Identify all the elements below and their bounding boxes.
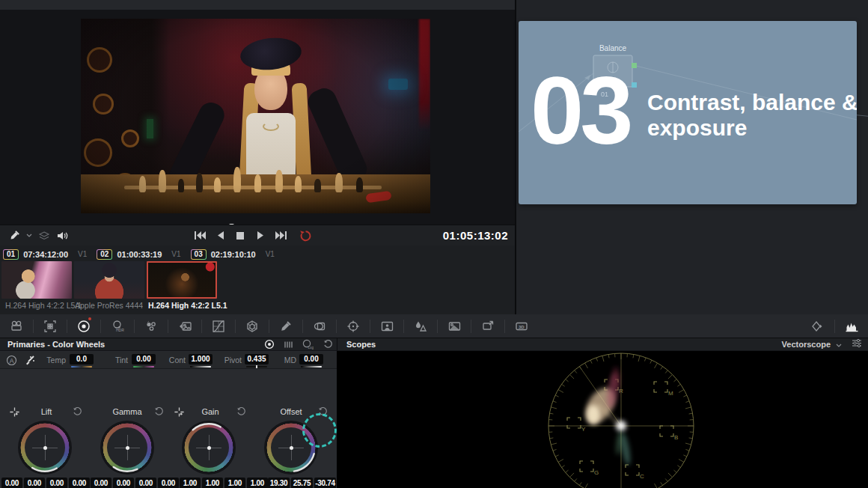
skip-end-icon[interactable]: [274, 229, 287, 243]
temp-field[interactable]: 0.0: [70, 354, 94, 365]
slide-title-line2: exposure: [647, 115, 747, 141]
chevron-down-icon[interactable]: [25, 229, 33, 243]
clip-thumbnail-1[interactable]: [1, 261, 72, 299]
clip-number-badge[interactable]: 01: [3, 249, 19, 260]
wheel-label: Gain: [201, 407, 218, 416]
clip-codec: Apple ProRes 4444: [75, 301, 143, 310]
color-wheels-icon-active[interactable]: [67, 314, 100, 338]
clip-timecode: 02:19:10:10: [211, 250, 256, 259]
wipe-modes-icon[interactable]: [37, 229, 51, 243]
gain-g-value[interactable]: 1.00: [224, 478, 245, 488]
key-icon[interactable]: [438, 314, 471, 338]
gamma-reset-icon[interactable]: [153, 406, 164, 417]
camera-raw-icon[interactable]: [0, 314, 33, 338]
offset-r-value[interactable]: 19.30: [268, 478, 290, 488]
picker-wand-icon[interactable]: [24, 355, 36, 369]
gamma-r-value[interactable]: 0.00: [113, 478, 134, 488]
gain-r-value[interactable]: 1.00: [202, 478, 223, 488]
reset-palette-icon[interactable]: [321, 339, 334, 350]
node-connection-line: [857, 115, 868, 117]
skip-start-icon[interactable]: [193, 229, 207, 243]
scope-settings-icon[interactable]: [852, 338, 862, 351]
rgb-mixer-icon[interactable]: [135, 314, 168, 338]
gamma-g-value[interactable]: 0.00: [135, 478, 156, 488]
field-label: Pivot: [213, 356, 242, 365]
gamma-wheel[interactable]: [100, 421, 154, 475]
lift-b-value[interactable]: 0.00: [69, 478, 90, 488]
viewer-top-bar: [0, 0, 515, 10]
loop-icon[interactable]: [299, 229, 312, 243]
svg-text:M: M: [668, 390, 673, 397]
field-label: Cont: [157, 356, 186, 365]
keyframes-icon[interactable]: [801, 314, 834, 338]
wheel-label: Gamma: [112, 407, 141, 416]
sizing-icon[interactable]: [471, 314, 504, 338]
magic-mask-icon[interactable]: [370, 314, 403, 338]
tint-gradient: [133, 366, 154, 367]
primaries-panel: Primaries - Color Wheels Log A: [0, 338, 337, 488]
lift-picker-crosshair-icon[interactable]: [9, 406, 21, 418]
clip-number-badge[interactable]: 02: [97, 249, 112, 260]
vectorscope-trace: [580, 367, 632, 466]
lift-r-value[interactable]: 0.00: [24, 478, 45, 488]
color-warper-icon[interactable]: [236, 314, 269, 338]
chevron-down-icon[interactable]: [836, 338, 842, 351]
color-match-icon[interactable]: [34, 314, 67, 338]
scopes-icon-active[interactable]: [835, 314, 868, 338]
hdr-wheels-icon[interactable]: HDR: [101, 314, 134, 338]
auto-balance-icon[interactable]: A: [6, 355, 17, 369]
scope-mode-dropdown[interactable]: Vectorscope: [782, 340, 831, 349]
gamma-b-value[interactable]: 0.00: [158, 478, 179, 488]
bars-mode-icon[interactable]: [282, 339, 295, 350]
stereo-3d-icon[interactable]: 3D: [505, 314, 538, 338]
qualifier-icon[interactable]: [269, 314, 302, 338]
offset-b-value[interactable]: -30.74: [314, 478, 336, 488]
pivot-gradient: [246, 366, 267, 367]
svg-text:Y: Y: [581, 426, 586, 433]
play-icon[interactable]: [254, 229, 267, 243]
wheels-mode-icon-active[interactable]: [263, 339, 275, 350]
viewer-panel: [0, 10, 515, 225]
gain-wheel[interactable]: [182, 421, 236, 475]
eyedropper-icon[interactable]: [7, 229, 21, 243]
clip-track: V1: [171, 250, 180, 258]
lift-g-value[interactable]: 0.00: [46, 478, 67, 488]
clip-thumbnail-2[interactable]: [74, 261, 144, 299]
tint-field[interactable]: 0.00: [132, 354, 156, 365]
gain-y-value[interactable]: 1.00: [180, 478, 201, 488]
lift-y-value[interactable]: 0.00: [1, 478, 22, 488]
blur-icon[interactable]: [404, 314, 437, 338]
gamma-y-value[interactable]: 0.00: [91, 478, 111, 488]
field-label: Tint: [100, 356, 128, 365]
primaries-header: Primaries - Color Wheels Log: [0, 338, 337, 351]
step-back-icon[interactable]: [213, 229, 227, 243]
motion-effects-icon[interactable]: [168, 314, 201, 338]
temp-gradient: [71, 366, 92, 367]
gain-reset-icon[interactable]: [236, 406, 246, 417]
midtone-detail-field[interactable]: 0.00: [299, 354, 323, 365]
node-graph-panel: Balance 01 03 Contrast, balance & exposu…: [516, 0, 868, 314]
tracker-icon[interactable]: [337, 314, 370, 338]
curves-icon[interactable]: [202, 314, 235, 338]
clip-number-badge[interactable]: 03: [191, 249, 207, 260]
lift-reset-icon[interactable]: [72, 406, 82, 417]
offset-g-value[interactable]: 25.75: [291, 478, 313, 488]
svg-text:A: A: [10, 357, 14, 365]
svg-text:3D: 3D: [519, 324, 525, 329]
gain-b-value[interactable]: 1.00: [247, 478, 268, 488]
scopes-header: Scopes Vectorscope: [337, 338, 868, 351]
lift-wheel[interactable]: [18, 421, 72, 475]
log-wheels-icon[interactable]: Log: [302, 339, 314, 350]
contrast-field[interactable]: 1.000: [189, 354, 213, 365]
pivot-field[interactable]: 0.435: [245, 354, 269, 365]
wheel-label: Lift: [41, 407, 52, 416]
svg-text:HDR: HDR: [116, 328, 124, 332]
gain-picker-crosshair-icon[interactable]: [174, 406, 186, 418]
clip-codec: H.264 High 4:2:2 L5.1: [5, 301, 82, 310]
clip-thumbnail-3-selected[interactable]: [147, 261, 217, 299]
stop-icon[interactable]: [233, 229, 247, 243]
contrast-gradient: [190, 366, 211, 367]
window-icon[interactable]: [303, 314, 336, 338]
audio-mute-icon[interactable]: [55, 229, 69, 243]
panel-divider: [515, 0, 516, 314]
